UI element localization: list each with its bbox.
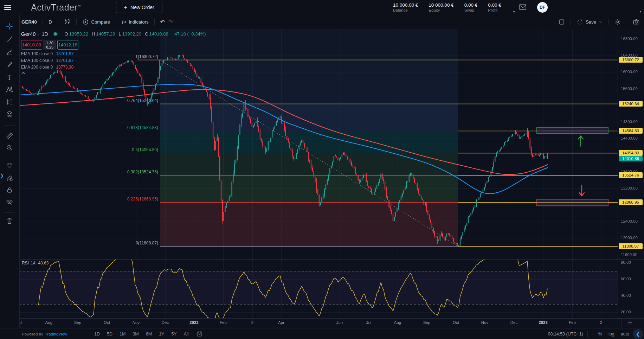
trend-line-tool[interactable] (6, 36, 13, 43)
avatar[interactable]: DF (537, 2, 548, 13)
fib-retracement-tool[interactable] (6, 48, 13, 56)
app-stage: 16800.0016400.0016000.0015600.0014800.00… (0, 0, 644, 339)
spread-box: 1.300.25 (43, 40, 56, 50)
header-collapse-caret-icon[interactable]: ▾ (640, 10, 642, 13)
range-button-3m[interactable]: 3M (130, 331, 141, 337)
xabcd-pattern-tool[interactable] (6, 86, 13, 94)
brush-tool[interactable] (6, 61, 13, 69)
ema-legend-row[interactable]: EMA 100 close 0 13701.97 (21, 51, 206, 56)
date-range-buttons: 1D5D1M3M6M1Y5YAll (92, 331, 191, 337)
fx-icon: ƒx (122, 19, 126, 25)
ohlc-values: O13953.22 H14057.29 L13902.20 C14010.88 … (65, 31, 206, 37)
legend-symbol[interactable]: Ger40 (21, 31, 36, 37)
chart-legend: Ger40 · 1D O13953.22 H14057.29 L13902.20… (21, 31, 206, 75)
indicators-button[interactable]: ƒx Indicators (120, 19, 151, 25)
time-axis-label: Dec (510, 320, 517, 325)
auto-scale-button[interactable]: auto (621, 332, 629, 337)
chart-type-button[interactable] (62, 18, 73, 25)
time-axis-label: 2023 (539, 320, 548, 325)
time-axis-label: Feb (569, 320, 576, 325)
mail-icon[interactable] (519, 4, 527, 10)
symbol-button[interactable]: GER40 (19, 19, 39, 25)
plus-icon: + (124, 5, 127, 10)
app-header: ActivTrader™ + New Order 10 000.00 €Bala… (0, 0, 644, 15)
time-axis-label: Apr (278, 320, 284, 325)
menu-icon[interactable] (4, 5, 11, 10)
zoom-in-tool[interactable] (6, 144, 13, 152)
clock[interactable]: 08:14:53 (UTC+1) (548, 332, 583, 337)
remove-drawings-tool[interactable] (6, 217, 13, 225)
crosshair-tool[interactable] (6, 23, 13, 30)
save-button[interactable]: Save (574, 19, 605, 25)
price-level-badge: 14054.80 (619, 150, 643, 156)
range-button-1d[interactable]: 1D (92, 331, 102, 337)
trademark: ™ (77, 4, 81, 8)
gear-icon (614, 18, 621, 25)
time-axis-settings-gear-icon[interactable] (627, 320, 633, 325)
time-axis-label: Sep (423, 320, 430, 325)
profit-caret-icon[interactable]: ▾ (513, 10, 515, 13)
rsi-legend[interactable]: RSI1448.63 (22, 261, 49, 266)
stat-profit: 0.00 €Profit (488, 2, 501, 12)
time-axis-label: Feb (220, 320, 227, 325)
time-axis-label: Nov (133, 320, 140, 325)
time-axis-label: 2022 (189, 320, 199, 325)
forecast-tool[interactable] (6, 98, 13, 106)
ruler-tool[interactable] (6, 132, 13, 140)
time-axis-label: Aug (394, 320, 401, 325)
range-button-1m[interactable]: 1M (117, 331, 128, 337)
go-to-date-button[interactable] (196, 331, 203, 337)
drawing-lock-tool[interactable] (6, 174, 13, 182)
legend-collapse-icon[interactable] (21, 72, 206, 75)
magnet-tool[interactable] (6, 162, 13, 170)
panel-expand-chevron-icon[interactable]: ❯ (0, 173, 4, 178)
price-axis-tick: 16000.00 (621, 70, 638, 74)
buy-ask-button[interactable]: 14012.18 (57, 40, 78, 50)
range-button-5d[interactable]: 5D (104, 331, 115, 337)
screenshot-button[interactable] (631, 18, 642, 25)
drawing-toolbar (0, 15, 20, 328)
price-level-badge: 12868.95 (619, 199, 643, 205)
tradingview-link[interactable]: TradingView (45, 332, 67, 336)
price-level-badge: 13524.76 (619, 172, 643, 178)
redo-icon[interactable]: ↷ (167, 19, 174, 25)
legend-interval[interactable]: 1D (42, 31, 48, 37)
chevron-down-icon (599, 20, 603, 24)
time-axis-label: Dec (162, 320, 169, 325)
emoji-tool[interactable] (6, 110, 13, 118)
new-order-button[interactable]: + New Order (116, 2, 162, 13)
rsi-axis-tick: 20.00 (621, 310, 631, 314)
log-scale-button[interactable]: log (608, 332, 614, 337)
cloud-save-icon (577, 19, 583, 25)
range-button-all[interactable]: All (181, 331, 191, 337)
text-tool[interactable] (6, 73, 13, 81)
price-axis-tick: 14400.00 (621, 136, 638, 140)
toolbar-separator (4, 212, 15, 213)
rsi-axis-tick: 40.00 (621, 293, 631, 298)
ema-legend-row[interactable]: EMA 100 close 0 13701.97 (21, 58, 206, 63)
sell-bid-button[interactable]: 14010.88 (21, 40, 42, 50)
compare-plus-icon (82, 19, 89, 25)
layout-button[interactable] (556, 19, 567, 25)
hide-drawings-tool[interactable] (6, 198, 13, 206)
time-axis-label: Nov (481, 320, 488, 325)
collapse-panel-chevron-icon[interactable]: ❮ (633, 329, 643, 339)
range-button-1y[interactable]: 1Y (156, 331, 167, 337)
time-axis-label: 2 (600, 320, 602, 325)
stat-balance: 10 000.00 €Balance (393, 2, 418, 12)
undo-icon[interactable]: ↶ (158, 19, 167, 25)
price-level-badge: 16300.72 (619, 57, 643, 63)
fib-level-label: 0.382(13524.76) (127, 170, 158, 174)
price-axis-tick: 12000.00 (621, 236, 638, 240)
lock-all-tool[interactable] (6, 186, 13, 194)
interval-button[interactable]: D (46, 19, 54, 25)
ema-legend-row[interactable]: EMA 200 close 0 13773.30 (21, 65, 206, 70)
market-status-dot[interactable] (53, 32, 58, 36)
chart-settings-button[interactable] (612, 18, 623, 25)
range-button-6m[interactable]: 6M (143, 331, 154, 337)
compare-button[interactable]: Compare (80, 19, 112, 25)
percent-scale-button[interactable]: % (598, 332, 602, 337)
price-axis-tick: 11600.00 (621, 252, 637, 257)
time-axis-label: Sep (74, 320, 81, 325)
range-button-5y[interactable]: 5Y (169, 331, 179, 337)
